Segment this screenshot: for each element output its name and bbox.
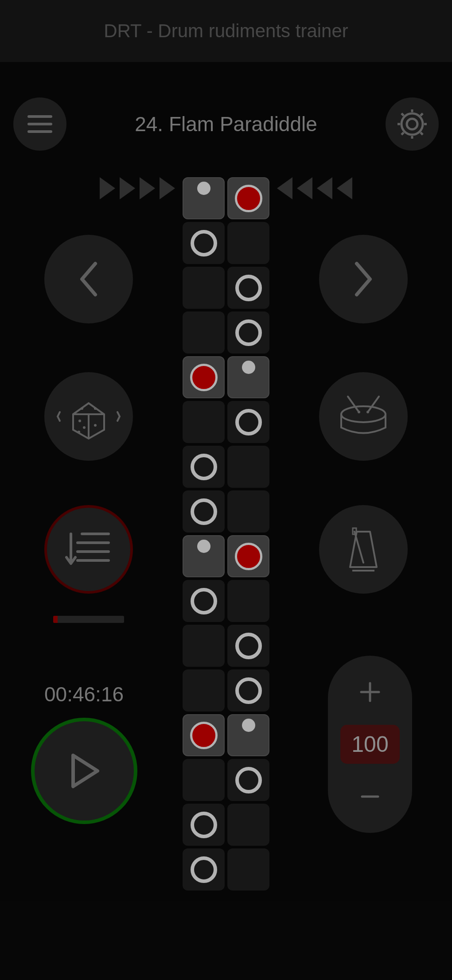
list-icon (64, 527, 113, 572)
svg-point-3 (407, 119, 417, 129)
svg-point-4 (401, 113, 423, 135)
svg-point-14 (341, 406, 386, 422)
arrow-right-icon (140, 177, 155, 199)
pattern-cell (227, 625, 269, 667)
metronome-button[interactable] (319, 505, 408, 594)
pattern-cell (183, 848, 225, 891)
pattern-cell (183, 356, 225, 398)
menu-icon (27, 114, 53, 134)
svg-line-24 (355, 532, 363, 563)
svg-point-9 (94, 407, 97, 410)
bpm-stepper: 100 (328, 656, 412, 833)
svg-line-16 (368, 397, 379, 412)
arrow-right-icon (100, 177, 115, 199)
bpm-decrease-button[interactable] (357, 783, 383, 810)
settings-button[interactable] (386, 97, 439, 151)
svg-point-12 (78, 431, 80, 433)
pattern-cell (227, 490, 269, 533)
app-title: DRT - Drum rudiments trainer (104, 20, 348, 42)
svg-point-13 (94, 424, 97, 427)
play-button[interactable] (31, 718, 137, 824)
arrow-right-icon (120, 177, 135, 199)
svg-point-11 (83, 426, 86, 429)
gear-icon (397, 109, 428, 140)
pattern-grid (183, 177, 269, 891)
pattern-cell (227, 535, 269, 577)
pattern-cell (183, 714, 225, 756)
bpm-value[interactable]: 100 (340, 725, 399, 764)
pattern-cell (183, 177, 225, 219)
timer-display: 00:46:16 (44, 682, 124, 706)
menu-button[interactable] (13, 97, 66, 151)
plus-icon (357, 679, 383, 705)
pattern-cell (183, 804, 225, 846)
pattern-cell (183, 625, 225, 667)
header-row: 24. Flam Paradiddle (13, 97, 439, 151)
random-button[interactable] (44, 372, 133, 461)
previous-rudiment-button[interactable] (44, 235, 133, 323)
pattern-cell (227, 311, 269, 354)
arrow-left-icon (337, 177, 352, 199)
pattern-cell (227, 222, 269, 264)
progress-fill (53, 616, 58, 623)
pattern-cell (227, 401, 269, 443)
svg-point-17 (358, 411, 360, 413)
dice-icon (55, 392, 122, 441)
arrow-left-icon (317, 177, 332, 199)
pattern-cell (183, 222, 225, 264)
next-rudiment-button[interactable] (319, 235, 408, 323)
chevron-right-icon (350, 259, 377, 299)
svg-point-8 (81, 407, 83, 410)
app-title-bar: DRT - Drum rudiments trainer (0, 0, 452, 62)
exercise-list-button[interactable] (44, 505, 133, 594)
pattern-cell (227, 848, 269, 891)
pattern-cell (227, 356, 269, 398)
pattern-cell (227, 759, 269, 801)
arrow-left-icon (277, 177, 292, 199)
pattern-cell (183, 490, 225, 533)
progress-bar (53, 616, 124, 623)
svg-line-15 (348, 397, 359, 412)
pattern-cell (183, 759, 225, 801)
pattern-cell (227, 804, 269, 846)
pattern-cell (227, 714, 269, 756)
pattern-cell (183, 580, 225, 622)
drum-icon (335, 392, 392, 441)
pattern-cell (183, 311, 225, 354)
rudiment-title: 24. Flam Paradiddle (135, 112, 317, 136)
pattern-cell (227, 580, 269, 622)
svg-marker-28 (73, 755, 97, 786)
svg-point-10 (78, 420, 81, 422)
pattern-cell (183, 446, 225, 488)
chevron-left-icon (75, 259, 102, 299)
pattern-cell (227, 669, 269, 712)
pattern-cell (227, 267, 269, 309)
pattern-cell (227, 177, 269, 219)
pattern-cell (183, 267, 225, 309)
drum-sound-button[interactable] (319, 372, 408, 461)
bpm-increase-button[interactable] (357, 679, 383, 705)
pattern-cell (183, 535, 225, 577)
pattern-cell (227, 446, 269, 488)
pattern-cell (183, 401, 225, 443)
metronome-icon (341, 523, 386, 576)
minus-icon (357, 783, 383, 810)
arrow-left-icon (297, 177, 312, 199)
arrow-right-icon (160, 177, 175, 199)
play-icon (66, 751, 102, 791)
svg-point-18 (366, 411, 369, 413)
pattern-cell (183, 669, 225, 712)
